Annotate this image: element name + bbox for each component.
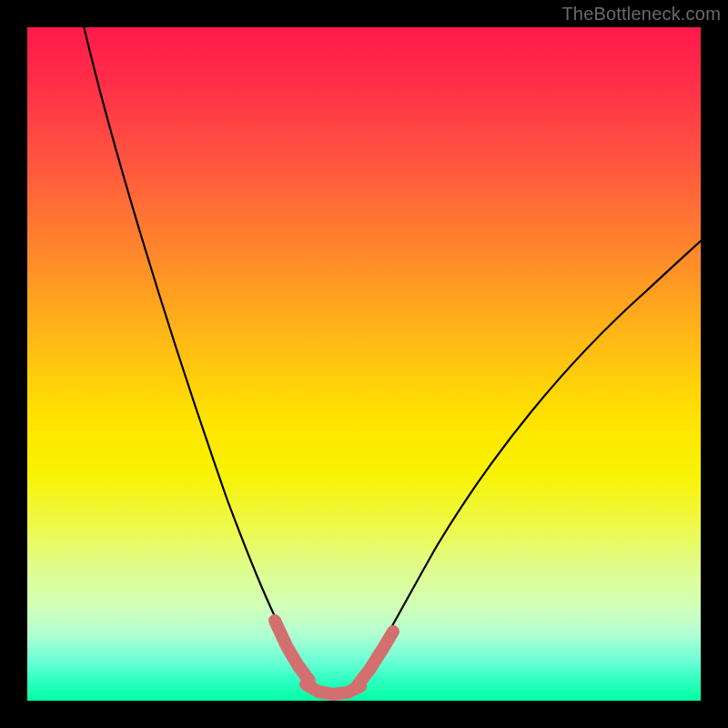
chart-plot-area (27, 27, 701, 701)
accent-left-segment (275, 621, 309, 681)
chart-svg (27, 27, 701, 701)
accent-right-segment (357, 632, 393, 686)
right-branch-curve (351, 237, 701, 692)
left-branch-curve (82, 27, 323, 692)
watermark-text: TheBottleneck.com (561, 4, 721, 25)
